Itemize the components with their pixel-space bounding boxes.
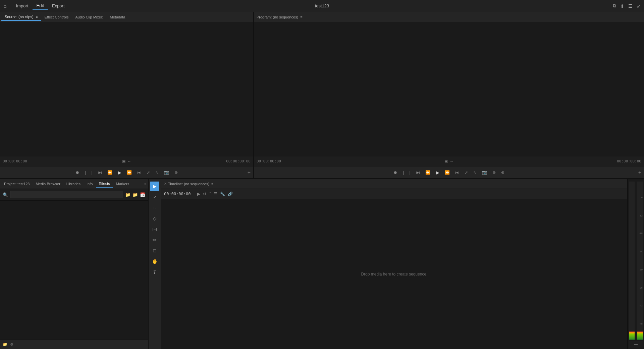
program-mark-in[interactable]: ⏺: [392, 169, 399, 176]
program-go-out[interactable]: ⏭: [454, 169, 461, 176]
program-tabs: Program: (no sequences) ≡: [254, 12, 644, 22]
nav-edit[interactable]: Edit: [33, 2, 48, 10]
timeline-menu-icon[interactable]: ≡: [211, 182, 213, 186]
nav-import[interactable]: Import: [12, 2, 33, 10]
tab-libraries[interactable]: Libraries: [64, 181, 83, 187]
program-step-back[interactable]: ⏪: [424, 169, 432, 176]
project-folder-icon[interactable]: 📁: [3, 342, 7, 347]
timeline-content: Drop media here to create sequence.: [161, 199, 627, 349]
source-step-fwd[interactable]: ⏩: [125, 169, 133, 176]
search-icon[interactable]: 🔍: [3, 192, 8, 197]
program-timecode-icons: ▣ ↔: [444, 159, 453, 163]
slide-tool[interactable]: ✋: [150, 257, 159, 266]
tab-info[interactable]: Info: [84, 181, 95, 187]
tab-source[interactable]: Source: (no clips) ≡: [1, 13, 41, 21]
source-menu-icon[interactable]: ≡: [36, 15, 38, 19]
source-go-out[interactable]: ⏭: [136, 169, 143, 176]
source-panel-add[interactable]: +: [248, 169, 251, 176]
source-step-back[interactable]: ⏪: [106, 169, 114, 176]
program-safe-margins-icon[interactable]: ▣: [444, 159, 448, 163]
program-play[interactable]: ▶: [434, 169, 441, 176]
audio-meter: 6 -12 -18 -24 -30 -36 -42 -48 ▬▬: [627, 179, 644, 349]
new-bin-icon[interactable]: 📁: [125, 192, 130, 197]
top-panels: Source: (no clips) ≡ Effect Controls Aud…: [0, 12, 644, 179]
timeline-close-icon[interactable]: ✕: [164, 182, 167, 186]
expand-panels-icon[interactable]: »: [144, 182, 147, 186]
program-export-frame[interactable]: 📷: [481, 169, 488, 176]
timeline-undo[interactable]: ↺: [203, 192, 206, 196]
program-menu-icon[interactable]: ≡: [300, 15, 302, 19]
timeline-wrench-icon[interactable]: 🔧: [220, 192, 225, 196]
project-name: test123: [315, 3, 329, 8]
program-step-fwd[interactable]: ⏩: [443, 169, 451, 176]
project-content-area: [0, 201, 148, 340]
program-lift[interactable]: ⤢: [463, 169, 469, 176]
fullscreen-icon[interactable]: ⤢: [637, 3, 641, 9]
source-mark-in[interactable]: ⏺: [74, 169, 81, 176]
export-icon[interactable]: ⬆: [620, 3, 624, 9]
timeline-settings-icon[interactable]: ☰: [214, 192, 217, 196]
program-controls: ⏺ | | ⏮ ⏪ ▶ ⏩ ⏭ ⤢ ⤡ 📷 ⊕ ⊕ +: [254, 166, 644, 178]
program-mark-clip[interactable]: |: [408, 169, 412, 176]
home-icon[interactable]: ⌂: [3, 3, 7, 9]
slip-tool[interactable]: □: [150, 246, 159, 255]
program-extract[interactable]: ⤡: [472, 169, 478, 176]
program-add-2[interactable]: ⊕: [500, 169, 506, 176]
timeline-redo[interactable]: ⤴: [209, 192, 211, 196]
project-panel: Project: test123 Media Browser Libraries…: [0, 179, 149, 349]
source-go-in[interactable]: ⏮: [97, 169, 103, 176]
timeline-timecode: 00:00:00:00: [164, 192, 191, 196]
source-play[interactable]: ▶: [116, 169, 123, 176]
source-mark-clip[interactable]: |: [90, 169, 94, 176]
source-safe-margins-icon[interactable]: ▣: [122, 159, 125, 163]
new-item-icon[interactable]: 📁: [132, 192, 138, 197]
bottom-panels: Project: test123 Media Browser Libraries…: [0, 179, 644, 349]
meter-left: [629, 182, 635, 340]
tab-effects[interactable]: Effects: [96, 180, 112, 188]
tab-audio-clip-mixer[interactable]: Audio Clip Mixer:: [72, 14, 106, 20]
type-tool[interactable]: T: [150, 267, 159, 277]
source-overwrite[interactable]: ⤡: [154, 169, 160, 176]
tab-metadata[interactable]: Metadata: [107, 14, 129, 20]
program-mark-out[interactable]: |: [401, 169, 405, 176]
tools-panel: ▶ ⤢ ↔ ◇ |↔| ✏ □ ✋ T: [149, 179, 161, 349]
source-timecode-icons: ▣ ↔: [122, 159, 131, 163]
ripple-edit-tool[interactable]: ↔: [150, 203, 159, 212]
source-mark-out[interactable]: |: [84, 169, 87, 176]
meter-bottom-label: ▬▬: [634, 343, 638, 346]
program-panel-add[interactable]: +: [638, 169, 641, 176]
program-add-1[interactable]: ⊕: [491, 169, 497, 176]
source-insert[interactable]: ⤢: [145, 169, 151, 176]
meter-left-fill: [629, 332, 635, 340]
project-bottom-bar: 📁 ⚙: [0, 340, 148, 349]
source-panel-content: [0, 22, 253, 156]
source-add-button[interactable]: ⊕: [173, 169, 179, 176]
source-controls: ⏺ | | ⏮ ⏪ ▶ ⏩ ⏭ ⤢ ⤡ 📷 ⊕ +: [0, 166, 253, 178]
tab-media-browser[interactable]: Media Browser: [33, 181, 63, 187]
nav-export[interactable]: Export: [48, 2, 69, 10]
extract-frame-icon[interactable]: ⧉: [613, 3, 616, 9]
rolling-edit-tool[interactable]: ◇: [150, 214, 159, 223]
source-export-frame[interactable]: 📷: [163, 169, 170, 176]
source-fit-icon[interactable]: ↔: [127, 159, 131, 163]
source-timecode-right: 00:00:00:00: [226, 159, 251, 163]
program-fit-icon[interactable]: ↔: [450, 159, 453, 163]
search-input[interactable]: [10, 191, 123, 198]
rate-stretch-tool[interactable]: |↔|: [150, 225, 159, 234]
selection-tool[interactable]: ▶: [150, 182, 159, 191]
track-select-tool[interactable]: ⤢: [150, 192, 159, 202]
auto-match-icon[interactable]: 📅: [140, 192, 145, 197]
meter-label-36: -36: [637, 286, 643, 289]
tab-project[interactable]: Project: test123: [1, 181, 32, 187]
project-settings-icon[interactable]: ⚙: [10, 342, 13, 347]
program-go-in[interactable]: ⏮: [415, 169, 421, 176]
tab-markers[interactable]: Markers: [113, 181, 132, 187]
meter-label-48: -48: [637, 322, 643, 325]
timeline-snap[interactable]: ▶: [197, 192, 200, 196]
timeline-link-icon[interactable]: 🔗: [228, 192, 233, 196]
panels-menu-icon[interactable]: ☰: [628, 3, 633, 9]
timeline-tabs: ✕ Timeline: (no sequences) ≡: [161, 179, 627, 189]
program-timecode-left: 00:00:00:00: [257, 159, 281, 163]
razor-tool[interactable]: ✏: [150, 235, 159, 245]
tab-effect-controls[interactable]: Effect Controls: [41, 14, 72, 20]
